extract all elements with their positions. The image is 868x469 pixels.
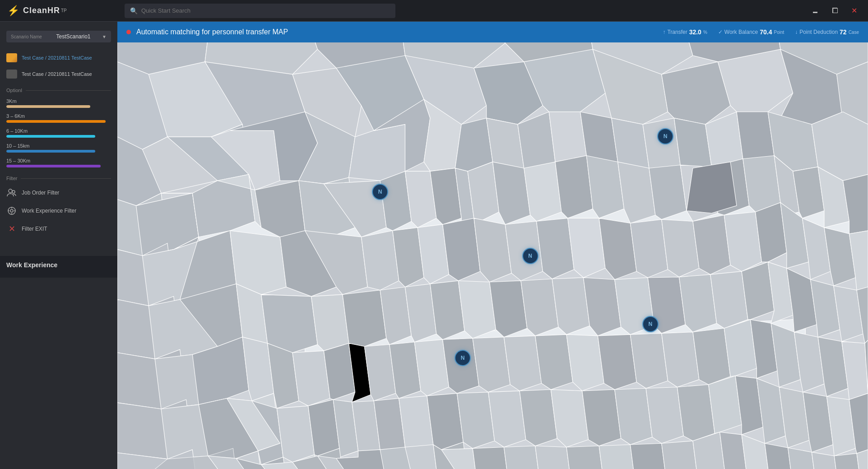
option-bar-container-4 [6, 165, 111, 167]
scenario-label: Scanario Name [11, 34, 42, 39]
map-svg: .district { stroke: #ffffff; stroke-widt… [117, 42, 868, 469]
job-order-icon [6, 187, 17, 198]
status-dot [126, 30, 131, 34]
filter-section-header: Filter [0, 170, 117, 184]
topbar: ⚡ CleanHR TP 🔍 🗕 ⧠ ✕ [0, 0, 868, 22]
map-title: Automatic matching for personnel transfe… [136, 28, 663, 36]
option-item-4: 15 – 30Km [0, 155, 117, 170]
options-label: Optionl [6, 88, 22, 93]
filter-exit[interactable]: ✕ Filter EXIT [0, 220, 117, 238]
logo-icon: ⚡ [7, 5, 19, 17]
svg-marker-158 [277, 406, 314, 462]
stat-point-deduction-value: 72 [840, 28, 847, 36]
filter-job-order[interactable]: Job Order Filter [0, 184, 117, 202]
stat-point-deduction-unit: Case [849, 30, 859, 35]
option-bar-container-0 [6, 105, 111, 108]
window-close-button[interactable]: ✕ [848, 5, 861, 17]
option-text-4: 15 – 30Km [6, 158, 111, 163]
option-bar-container-2 [6, 135, 111, 138]
svg-marker-45 [643, 118, 680, 173]
app-name: CleanHR [23, 6, 60, 15]
scenario-value: TestScanario1 [56, 33, 90, 40]
marker-label-4: N [461, 355, 465, 361]
stat-transfer: ↑ Transfer 32.0 % [663, 28, 707, 36]
map-marker-3[interactable]: N [657, 128, 673, 144]
svg-point-0 [9, 189, 12, 193]
option-item-2: 6 – 10Km [0, 125, 117, 140]
case-icon-orange [6, 53, 17, 62]
option-item-0: 3Km [0, 96, 117, 111]
map-marker-5[interactable]: N [642, 316, 659, 332]
svg-marker-131 [292, 351, 330, 406]
option-bar-fill-4 [6, 165, 101, 167]
svg-marker-69 [649, 165, 687, 220]
option-bar-fill-0 [6, 105, 90, 108]
marker-label-3: N [664, 133, 668, 139]
work-experience-panel: Work Experience [0, 256, 117, 278]
map-marker-2[interactable]: N [522, 248, 538, 264]
filter-work-experience-label: Work Experience Filter [22, 208, 76, 214]
map-canvas[interactable]: .district { stroke: #ffffff; stroke-widt… [117, 42, 868, 469]
map-header: Automatic matching for personnel transfe… [117, 22, 868, 42]
stat-work-balance-prefix: ✓ [718, 29, 723, 35]
scenario-selector[interactable]: Scanario Name TestScanario1 ▼ [6, 31, 111, 42]
option-text-0: 3Km [6, 98, 111, 104]
option-text-2: 6 – 10Km [6, 128, 111, 134]
filter-job-order-label: Job Order Filter [22, 190, 59, 196]
svg-marker-142 [598, 334, 636, 390]
stat-work-balance-label: Work Balance [724, 29, 758, 35]
option-bar-fill-3 [6, 150, 95, 153]
app-superscript: TP [61, 8, 67, 13]
marker-label-5: N [648, 321, 652, 327]
map-marker-1[interactable]: N [372, 184, 388, 200]
svg-marker-107 [343, 290, 386, 347]
search-icon: 🔍 [130, 7, 138, 14]
case-icon-gray [6, 70, 17, 79]
stat-transfer-prefix: ↑ [663, 29, 665, 35]
svg-marker-169 [582, 390, 621, 446]
filter-divider-line [21, 178, 111, 179]
topbar-right: 🗕 ⧠ ✕ [808, 5, 861, 17]
svg-marker-83 [361, 231, 399, 290]
stat-transfer-label: Transfer [667, 29, 687, 35]
map-stats: ↑ Transfer 32.0 % ✓ Work Balance 70.4 Po… [663, 28, 859, 36]
search-bar[interactable]: 🔍 [125, 4, 395, 18]
map-area: Automatic matching for personnel transfe… [117, 22, 868, 469]
logo-area: ⚡ CleanHR TP [7, 5, 125, 17]
search-input[interactable] [141, 7, 390, 14]
work-experience-icon [6, 205, 17, 216]
stat-work-balance-value: 70.4 [760, 28, 772, 36]
stat-point-deduction: ↓ Point Deduction 72 Case [795, 28, 859, 36]
stat-point-deduction-prefix: ↓ [795, 29, 798, 35]
map-marker-4[interactable]: N [455, 350, 471, 366]
svg-point-3 [10, 209, 13, 212]
case-item-1[interactable]: Test Case / 20210811 TestCase [0, 50, 117, 66]
option-text-3: 10 – 15km [6, 143, 111, 149]
filter-exit-icon: ✕ [6, 223, 17, 234]
filter-work-experience[interactable]: Work Experience Filter [0, 202, 117, 220]
sidebar: Scanario Name TestScanario1 ▼ Test Case … [0, 22, 117, 469]
main-layout: Scanario Name TestScanario1 ▼ Test Case … [0, 22, 868, 469]
stat-work-balance-unit: Point [774, 30, 784, 35]
option-bar-fill-1 [6, 120, 106, 123]
svg-point-1 [12, 190, 15, 193]
divider-line [26, 90, 111, 91]
svg-marker-207 [687, 162, 737, 214]
stat-transfer-value: 32.0 [689, 28, 701, 36]
case-label-2: Test Case / 20210811 TestCase [22, 71, 92, 77]
chevron-down-icon: ▼ [102, 34, 107, 39]
option-item-3: 10 – 15km [0, 140, 117, 155]
option-bar-container-3 [6, 150, 111, 153]
option-item-1: 3 – 6Km [0, 111, 117, 125]
marker-label-1: N [378, 189, 382, 195]
window-minimize-button[interactable]: 🗕 [808, 5, 822, 17]
case-label-1: Test Case / 20210811 TestCase [22, 55, 92, 61]
work-experience-title: Work Experience [6, 261, 111, 269]
option-bar-fill-2 [6, 135, 95, 138]
marker-label-2: N [528, 253, 532, 259]
svg-marker-172 [677, 385, 715, 441]
case-item-2[interactable]: Test Case / 20210811 TestCase [0, 66, 117, 82]
svg-marker-145 [693, 328, 730, 385]
window-maximize-button[interactable]: ⧠ [828, 5, 842, 17]
options-section-header: Optionl [0, 82, 117, 96]
